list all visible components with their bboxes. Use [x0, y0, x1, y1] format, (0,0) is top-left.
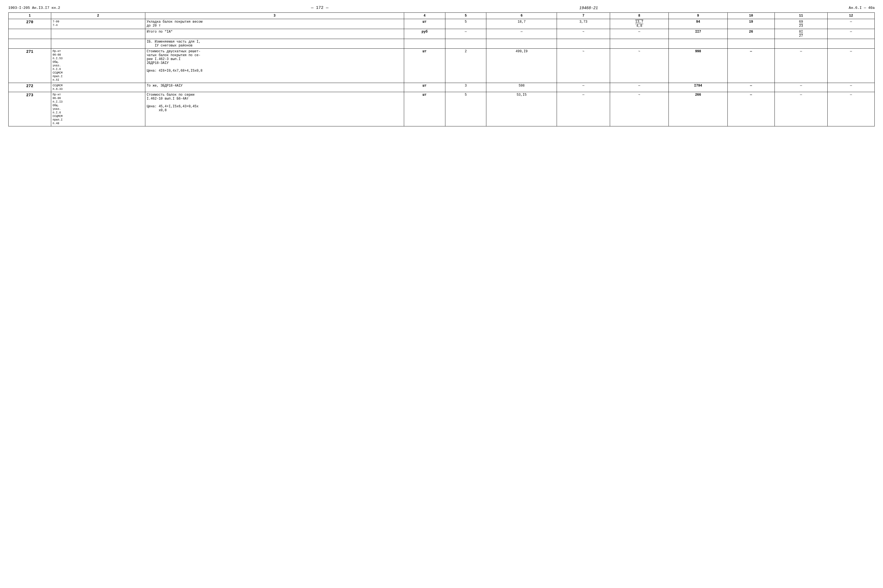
row-ref [51, 29, 145, 39]
table-row: 271Пр-нт 06-08 п.I.53 Общ. указ. п.I.6 С… [9, 49, 875, 83]
col-header-3: 3 [145, 13, 404, 19]
row-number: 273 [9, 92, 51, 126]
row-col6: 598 [486, 83, 557, 92]
row-col11: 6923 [775, 19, 827, 29]
row-col7: — [557, 92, 610, 126]
col-header-9: 9 [669, 13, 728, 19]
row-col5 [445, 39, 486, 49]
row-col10: 26 [727, 29, 775, 39]
row-col12: — [827, 49, 874, 83]
row-number: 272 [9, 83, 51, 92]
header-center: — 172 — [311, 6, 329, 10]
row-col5: 2 [445, 49, 486, 83]
row-col12 [827, 39, 874, 49]
col-header-7: 7 [557, 13, 610, 19]
row-col5: 3 [445, 83, 486, 92]
row-unit: шт [404, 49, 445, 83]
row-number: 271 [9, 49, 51, 83]
main-table: 1 2 3 4 5 6 7 8 9 10 11 12 2707-99 7-4Ук… [8, 12, 875, 126]
row-col9: II7 [669, 29, 728, 39]
row-unit: шт [404, 92, 445, 126]
row-col5: — [445, 29, 486, 39]
row-col5: 5 [445, 19, 486, 29]
row-col11: — [775, 92, 827, 126]
row-col9: I794 [669, 83, 728, 92]
col-header-11: 11 [775, 13, 827, 19]
row-col10: 19 [727, 19, 775, 29]
row-col8: ~ [610, 49, 669, 83]
row-col8: — [610, 83, 669, 92]
col-header-4: 4 [404, 13, 445, 19]
row-col9 [669, 39, 728, 49]
row-number [9, 29, 51, 39]
row-col12: — [827, 83, 874, 92]
row-col8 [610, 39, 669, 49]
header-right: Ан.6.I — 40а [849, 6, 875, 10]
row-col7: — [557, 83, 610, 92]
row-col8: — [610, 29, 669, 39]
header-stamp: 19468-21 [579, 6, 598, 10]
row-unit: руб [404, 29, 445, 39]
row-col7: ~ [557, 29, 610, 39]
col-header-10: 10 [727, 13, 775, 19]
row-col11: 8I27 [775, 29, 827, 39]
table-header-row: 1 2 3 4 5 6 7 8 9 10 11 12 [9, 13, 875, 19]
row-col12: — [827, 92, 874, 126]
col-header-8: 8 [610, 13, 669, 19]
row-description: Стоимость двускатных решет- чатых балок … [145, 49, 404, 83]
table-row: Итого по "IА"руб——~—II7268I27— [9, 29, 875, 39]
row-col6: — [486, 29, 557, 39]
row-description: Итого по "IА" [145, 29, 404, 39]
row-col10: — [727, 92, 775, 126]
row-col6: 499,I9 [486, 49, 557, 83]
row-number [9, 39, 51, 49]
row-col6: 53,I5 [486, 92, 557, 126]
row-col9: 998 [669, 49, 728, 83]
row-description: То же, ЗБДР18-4АIУ [145, 83, 404, 92]
row-col11 [775, 39, 827, 49]
row-col10: — [727, 83, 775, 92]
row-col10 [727, 39, 775, 49]
row-unit: шт [404, 19, 445, 29]
row-number: 270 [9, 19, 51, 29]
row-col7 [557, 39, 610, 49]
table-row: 272ССЦМСМ п.6-33То же, ЗБДР18-4АIУшт3598… [9, 83, 875, 92]
page-header: 1903-I-205 Ан.I3.I7 кн.2 — 172 — 19468-2… [8, 6, 875, 10]
row-col11: — [775, 49, 827, 83]
row-ref: Пр-нт 06-06 п.I.I3 Общ. указ. п.I.6 ССЦМ… [51, 92, 145, 126]
table-row: IБ. Изменяемая часть для I, IУ снеговых … [9, 39, 875, 49]
row-ref: ССЦМСМ п.6-33 [51, 83, 145, 92]
header-left: 1903-I-205 Ан.I3.I7 кн.2 [8, 6, 60, 10]
row-ref [51, 39, 145, 49]
row-col5: 5 [445, 92, 486, 126]
row-col10: — [727, 49, 775, 83]
col-header-2: 2 [51, 13, 145, 19]
col-header-5: 5 [445, 13, 486, 19]
row-col9: 266 [669, 92, 728, 126]
row-col12: — [827, 19, 874, 29]
row-col8: ~ [610, 92, 669, 126]
row-description: IБ. Изменяемая часть для I, IУ снеговых … [145, 39, 404, 49]
row-unit [404, 39, 445, 49]
table-row: 273Пр-нт 06-06 п.I.I3 Общ. указ. п.I.6 С… [9, 92, 875, 126]
col-header-6: 6 [486, 13, 557, 19]
row-col11: — [775, 83, 827, 92]
row-ref: Пр-нт 06-08 п.I.53 Общ. указ. п.I.6 ССЦМ… [51, 49, 145, 83]
row-col6 [486, 39, 557, 49]
col-header-1: 1 [9, 13, 51, 19]
row-ref: 7-99 7-4 [51, 19, 145, 29]
row-col6: 18,7 [486, 19, 557, 29]
row-col8: 13,74,8 [610, 19, 669, 29]
table-row: 2707-99 7-4Укладка балок покрытия весом … [9, 19, 875, 29]
col-header-12: 12 [827, 13, 874, 19]
row-description: Укладка балок покрытия весом до 20 т [145, 19, 404, 29]
row-col7: ~ [557, 49, 610, 83]
row-col9: 94 [669, 19, 728, 29]
row-col12: — [827, 29, 874, 39]
row-unit: шт [404, 83, 445, 92]
row-col7: 3,73 [557, 19, 610, 29]
row-description: Стоимость балок по серии I.462-10 вып.I … [145, 92, 404, 126]
